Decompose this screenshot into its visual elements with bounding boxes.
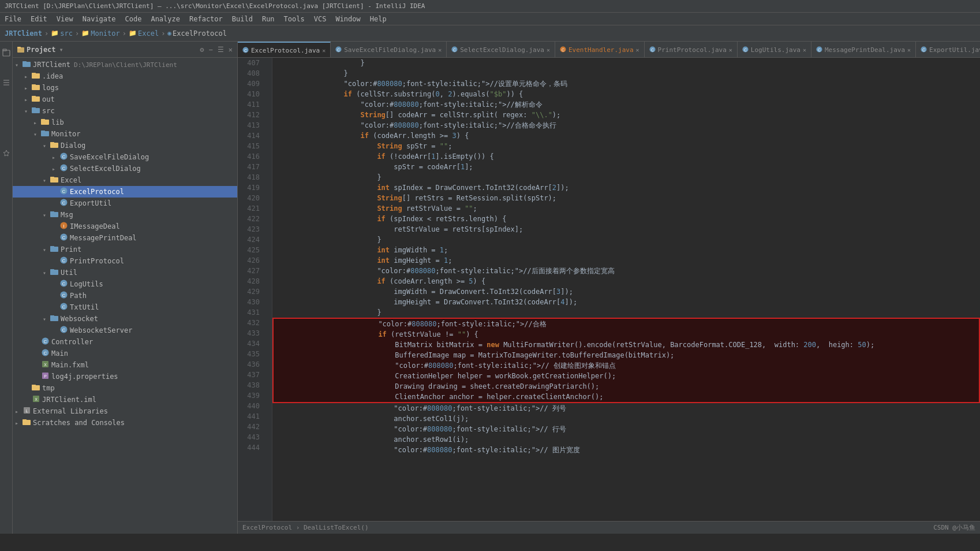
code-line-427: "color:#808080;font-style:italic;">//后面接… — [272, 266, 980, 276]
tab-selectexceldlg[interactable]: CSelectExcelDialog.java✕ — [447, 42, 555, 58]
tree-item-print[interactable]: ▾Print — [13, 244, 237, 255]
breadcrumb-bottom: ExcelProtocol › DealListToExcel() — [242, 524, 369, 531]
tree-item-msg[interactable]: ▾Msg — [13, 209, 237, 221]
tab-exportutil[interactable]: CExportUtil.java✕ — [916, 42, 980, 58]
menu-refactor[interactable]: Refactor — [185, 14, 227, 24]
tab-close-saveexceldlg[interactable]: ✕ — [438, 47, 442, 53]
svg-text:C: C — [744, 48, 747, 52]
tree-icon-saveexcel: C — [59, 152, 68, 162]
tab-close-eventhandler[interactable]: ✕ — [636, 47, 639, 53]
menu-tools[interactable]: Tools — [279, 14, 309, 24]
tab-excelprot[interactable]: CExcelProtocol.java✕ — [238, 42, 331, 58]
menu-code[interactable]: Code — [121, 14, 147, 24]
code-wrapper[interactable]: 4074084094104114124134144154164174184194… — [238, 58, 980, 521]
tree-item-websocket[interactable]: ▾Websocket — [13, 313, 237, 325]
tree-icon-print — [50, 245, 59, 254]
tree-item-log4j[interactable]: Plog4j.properties — [13, 371, 237, 382]
tab-saveexceldlg[interactable]: CSaveExcelFileDialog.java✕ — [331, 42, 447, 58]
tree-item-src[interactable]: ▾src — [13, 105, 237, 117]
tab-eventhandler[interactable]: CEventHandler.java✕ — [555, 42, 645, 58]
menu-window[interactable]: Window — [331, 14, 365, 24]
menu-edit[interactable]: Edit — [26, 14, 52, 24]
tree-item-exportutil[interactable]: CExportUtil — [13, 198, 237, 209]
breadcrumb-excelprotocol[interactable]: ExcelProtocol — [173, 29, 227, 38]
sidebar-favorites-icon[interactable] — [0, 147, 13, 159]
tree-label-excelprotocol: ExcelProtocol — [70, 188, 124, 196]
project-settings-icon[interactable]: ☰ — [218, 46, 224, 54]
tree-arrow-excel: ▾ — [43, 177, 50, 184]
tree-item-mainfxml[interactable]: XMain.fxml — [13, 359, 237, 371]
fold-418 — [263, 172, 272, 183]
tree-item-idea[interactable]: ▸.idea — [13, 70, 237, 82]
menu-view[interactable]: View — [52, 14, 78, 24]
menu-vcs[interactable]: VCS — [309, 14, 331, 24]
line-num-412: 412 — [238, 110, 263, 120]
menu-help[interactable]: Help — [365, 14, 391, 24]
menu-build[interactable]: Build — [227, 14, 257, 24]
tree-item-excel[interactable]: ▾Excel — [13, 174, 237, 186]
tab-close-printprot[interactable]: ✕ — [729, 47, 732, 53]
menu-bar: File Edit View Navigate Code Analyze Ref… — [0, 13, 980, 25]
tab-logutils[interactable]: CLogUtils.java✕ — [738, 42, 811, 58]
menu-file[interactable]: File — [0, 14, 26, 24]
project-close-icon[interactable]: ✕ — [229, 46, 233, 54]
tab-close-messageprintdeal[interactable]: ✕ — [907, 47, 911, 53]
sidebar-structure-icon[interactable] — [0, 76, 13, 89]
tree-item-scratches[interactable]: ▸Scratches and Consoles — [13, 417, 237, 429]
tree-item-monitor[interactable]: ▾Monitor — [13, 128, 237, 140]
project-dropdown-icon[interactable]: ▾ — [59, 46, 63, 54]
sidebar-project-icon[interactable] — [0, 46, 13, 59]
code-text-area[interactable]: } } "color:#808080;font-style:italic;">/… — [272, 58, 980, 521]
tree-item-main[interactable]: CMain — [13, 348, 237, 359]
tree-item-imessagedeal[interactable]: IIMessageDeal — [13, 221, 237, 232]
tree-item-controller[interactable]: CController — [13, 336, 237, 348]
svg-text:C: C — [62, 293, 65, 298]
tab-close-excelprot[interactable]: ✕ — [322, 47, 326, 54]
breadcrumb-src[interactable]: src — [60, 29, 73, 38]
tree-label-main: Main — [51, 349, 68, 358]
tree-item-out[interactable]: ▸out — [13, 94, 237, 105]
fold-417 — [263, 162, 272, 172]
tree-item-saveexcel[interactable]: ▸CSaveExcelFileDialog — [13, 151, 237, 163]
tree-label-tmp: tmp — [42, 384, 55, 392]
tab-printprot[interactable]: CPrintProtocol.java✕ — [645, 42, 738, 58]
tree-item-tmp[interactable]: tmp — [13, 382, 237, 394]
tree-item-externals[interactable]: ▸LExternal Libraries — [13, 405, 237, 417]
breadcrumb-jrtclient[interactable]: JRTClient — [5, 29, 42, 38]
breadcrumb-monitor[interactable]: Monitor — [91, 29, 120, 38]
tab-close-selectexceldlg[interactable]: ✕ — [547, 47, 550, 53]
tree-item-txtutil[interactable]: CTxtUtil — [13, 301, 237, 313]
tab-icon-printprot: C — [649, 46, 656, 54]
tree-item-selectexcel[interactable]: ▸CSelectExcelDialog — [13, 163, 237, 174]
tree-item-lib[interactable]: ▸lib — [13, 117, 237, 128]
tree-item-dialog[interactable]: ▾Dialog — [13, 140, 237, 151]
tree-item-logutils[interactable]: CLogUtils — [13, 278, 237, 290]
menu-run[interactable]: Run — [257, 14, 279, 24]
tree-item-jrtclient-root[interactable]: ▾JRTClientD:\JREPlan\Client\JRTClient — [13, 59, 237, 70]
menu-analyze[interactable]: Analyze — [146, 14, 185, 24]
tree-item-jrtclientxml[interactable]: XJRTClient.iml — [13, 394, 237, 405]
tree-label-out: out — [42, 95, 55, 103]
project-gear-icon[interactable]: ⚙ — [200, 46, 204, 54]
tab-messageprintdeal[interactable]: CMessagePrintDeal.java✕ — [811, 42, 916, 58]
tab-close-logutils[interactable]: ✕ — [803, 47, 806, 53]
tree-item-excelprotocol[interactable]: CExcelProtocol — [13, 186, 237, 198]
tree-item-util[interactable]: ▾Util — [13, 267, 237, 278]
tab-icon-selectexceldlg: C — [451, 46, 458, 54]
code-editor[interactable]: 4074084094104114124134144154164174184194… — [238, 58, 980, 521]
tree-item-messageprintdeal[interactable]: CMessagePrintDeal — [13, 232, 237, 244]
line-num-442: 442 — [238, 422, 263, 432]
tab-label-exportutil: ExportUtil.java — [929, 46, 980, 54]
breadcrumb-excel[interactable]: Excel — [138, 29, 159, 38]
tree-item-path[interactable]: CPath — [13, 290, 237, 301]
svg-rect-71 — [23, 419, 27, 421]
svg-rect-21 — [41, 131, 45, 132]
line-num-433: 433 — [238, 328, 263, 338]
menu-navigate[interactable]: Navigate — [78, 14, 121, 24]
project-minus-icon[interactable]: − — [209, 46, 213, 54]
tree-item-printprotocol[interactable]: CPrintProtocol — [13, 255, 237, 267]
tree-item-websocketserver[interactable]: CWebsocketServer — [13, 325, 237, 336]
breadcrumb-folder-src: 📁 — [51, 29, 59, 37]
tree-item-logs[interactable]: ▸logs — [13, 82, 237, 94]
tree-icon-log4j: P — [40, 372, 50, 381]
